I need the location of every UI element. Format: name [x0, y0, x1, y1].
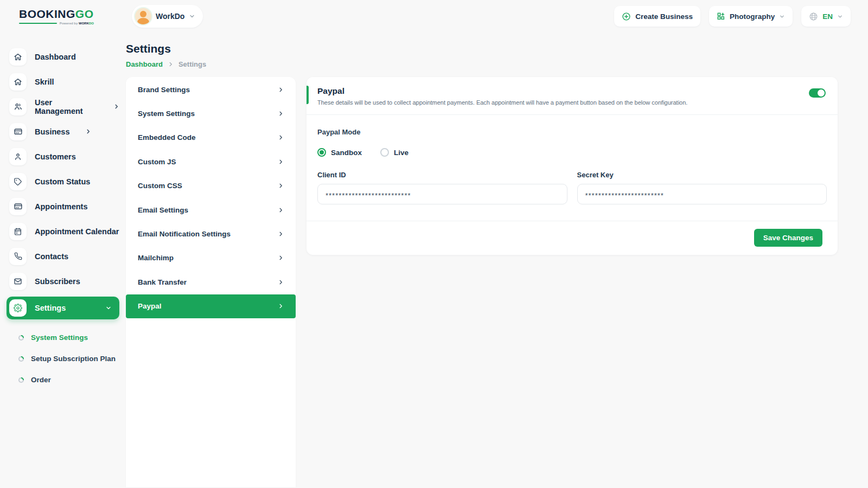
settings-menu-item-system-settings[interactable]: System Settings [126, 101, 296, 125]
grid-plus-icon [717, 12, 725, 21]
paypal-panel-footer: Save Changes [307, 221, 838, 255]
secret-key-label: Secret Key [577, 171, 827, 179]
sidebar-item-contacts[interactable]: Contacts [7, 244, 119, 268]
sidebar-item-appointments[interactable]: Appointments [7, 194, 119, 219]
chevron-right-icon [168, 61, 174, 67]
credentials-fields: Client ID Secret Key [317, 171, 827, 204]
paypal-panel: Paypal These details will be used to col… [307, 77, 838, 255]
sidebar-item-skrill[interactable]: Skrill [7, 69, 119, 94]
chevron-right-icon [278, 231, 284, 237]
sidebar-item-appointment-calendar[interactable]: Appointment Calendar [7, 219, 119, 243]
powered-by-label: Powered by WORKDO [60, 22, 94, 25]
settings-menu-item-custom-js[interactable]: Custom JS [126, 150, 296, 174]
users-icon [9, 98, 27, 115]
language-label: EN [822, 12, 833, 21]
bullet-icon [18, 335, 24, 341]
sidebar-item-user-management[interactable]: User Management [7, 94, 119, 119]
paypal-enabled-toggle[interactable] [809, 88, 826, 98]
gear-icon [9, 299, 27, 317]
credit-card-icon [9, 123, 27, 140]
paypal-panel-header: Paypal These details will be used to col… [307, 77, 838, 115]
chevron-right-icon [278, 207, 284, 213]
settings-menu-item-bank-transfer[interactable]: Bank Transfer [126, 270, 296, 294]
chevron-right-icon [278, 159, 284, 165]
sidebar-item-subscribers[interactable]: Subscribers [7, 269, 119, 293]
app-logo-text: BOOKINGGO [19, 8, 94, 20]
topbar-actions: Create Business Photography EN [614, 6, 851, 27]
business-type-dropdown[interactable]: Photography [709, 6, 793, 27]
paypal-panel-description: These details will be used to collect ap… [317, 99, 687, 106]
sidebar-item-settings[interactable]: Settings [7, 297, 119, 319]
client-id-label: Client ID [317, 171, 567, 179]
home-icon [9, 48, 27, 66]
settings-submenu: System Settings Setup Subscription Plan … [7, 324, 119, 390]
sidebar-item-dashboard[interactable]: Dashboard [7, 44, 119, 69]
chevron-right-icon [278, 134, 284, 140]
breadcrumb-dashboard-link[interactable]: Dashboard [126, 60, 163, 68]
home-icon [9, 73, 27, 91]
business-type-label: Photography [730, 12, 775, 21]
bullet-icon [18, 356, 24, 362]
chevron-down-icon [105, 305, 112, 311]
chevron-right-icon [113, 104, 119, 110]
main-content: Settings Dashboard Settings Brand Settin… [126, 33, 868, 488]
breadcrumb-current: Settings [178, 60, 206, 68]
paypal-mode-options: Sandbox Live [317, 148, 827, 157]
page-title: Settings [126, 42, 838, 55]
settings-menu-item-paypal[interactable]: Paypal [126, 294, 296, 318]
submenu-item-setup-subscription-plan[interactable]: Setup Subscription Plan [18, 348, 119, 369]
chevron-down-icon [837, 14, 843, 20]
settings-menu-item-email-notification-settings[interactable]: Email Notification Settings [126, 222, 296, 246]
plus-circle-icon [622, 12, 631, 21]
app-logo: BOOKINGGO Powered by WORKDO [19, 8, 94, 24]
settings-menu-item-brand-settings[interactable]: Brand Settings [126, 78, 296, 101]
secret-key-input[interactable] [577, 184, 827, 204]
settings-menu-item-custom-css[interactable]: Custom CSS [126, 174, 296, 198]
sidebar-item-business[interactable]: Business [7, 119, 119, 144]
radio-option-live[interactable]: Live [380, 148, 409, 157]
tag-icon [9, 173, 27, 190]
chevron-right-icon [278, 111, 284, 117]
chevron-down-icon [779, 14, 785, 20]
logo-underline: Powered by WORKDO [19, 22, 94, 25]
settings-menu-item-embedded-code[interactable]: Embedded Code [126, 126, 296, 150]
sidebar-item-customers[interactable]: Customers [7, 144, 119, 169]
chevron-right-icon [278, 303, 284, 309]
language-dropdown[interactable]: EN [801, 6, 851, 27]
sidebar-item-custom-status[interactable]: Custom Status [7, 169, 119, 194]
workspace-switcher[interactable]: WorkDo [132, 5, 203, 28]
settings-menu: Brand Settings System Settings Embedded … [126, 77, 296, 487]
chevron-right-icon [278, 183, 284, 189]
settings-menu-item-email-settings[interactable]: Email Settings [126, 198, 296, 222]
workspace-name: WorkDo [156, 12, 184, 21]
paypal-panel-title: Paypal [317, 86, 687, 96]
submenu-item-order[interactable]: Order [18, 369, 119, 390]
chevron-down-icon [189, 13, 195, 20]
sidebar: Dashboard Skrill User Management Busines… [0, 33, 126, 488]
radio-option-sandbox[interactable]: Sandbox [317, 148, 362, 157]
logo-green-line [19, 23, 57, 24]
paypal-panel-body: Paypal Mode Sandbox Live Clie [307, 115, 838, 221]
chevron-right-icon [278, 87, 284, 93]
logo-text-primary: BOOKING [19, 8, 75, 20]
mail-icon [9, 273, 27, 290]
chevron-right-icon [278, 279, 284, 285]
create-business-button[interactable]: Create Business [614, 6, 700, 27]
globe-icon [809, 12, 818, 21]
settings-menu-item-mailchimp[interactable]: Mailchimp [126, 246, 296, 270]
bullet-icon [18, 377, 24, 383]
toggle-knob [818, 89, 825, 97]
submenu-item-system-settings[interactable]: System Settings [18, 327, 119, 348]
radio-unselected-icon [380, 148, 389, 157]
chevron-right-icon [278, 255, 284, 261]
credit-card-icon [9, 198, 27, 215]
calendar-icon [9, 223, 27, 240]
workspace-avatar [135, 8, 151, 24]
user-icon [9, 148, 27, 165]
topbar: BOOKINGGO Powered by WORKDO WorkDo Creat… [0, 0, 868, 33]
save-changes-button[interactable]: Save Changes [754, 229, 822, 247]
radio-selected-icon [317, 148, 326, 157]
client-id-input[interactable] [317, 184, 567, 204]
breadcrumb: Dashboard Settings [126, 60, 838, 68]
chevron-right-icon [85, 129, 91, 134]
